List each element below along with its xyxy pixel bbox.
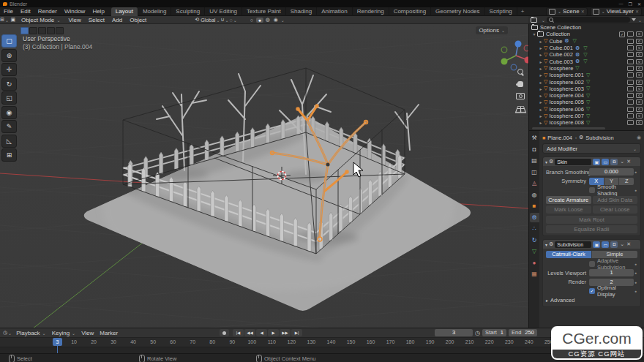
disable-in-render-icon[interactable] [636,86,643,91]
workspace-tab[interactable]: Geometry Nodes [431,7,484,16]
tab-particles[interactable]: ∴ [530,224,539,233]
workspace-tab[interactable]: Animation [317,7,353,16]
expand-icon[interactable]: ▸ [538,113,544,118]
unlink-scene-icon[interactable]: ✕ [581,9,585,14]
camera-view-icon[interactable] [515,91,525,101]
edit-mode-toggle[interactable]: ▣ [593,241,600,248]
jump-to-start[interactable]: |◀ [233,329,244,336]
outliner-row[interactable]: ▸ ▽ Icosphere ⚙ ▽ [529,65,644,72]
disable-in-render-icon[interactable] [636,45,643,50]
tab-modifiers[interactable]: ⚙ [530,213,539,222]
use-preview-range-icon[interactable]: ◷ [475,330,480,336]
menu-item[interactable]: Help [89,8,108,15]
play-reverse[interactable]: ◀ [256,329,267,336]
pin-icon[interactable]: ◉ [637,135,641,140]
tool-rotate[interactable]: ↻ [1,78,17,91]
remove-view-layer-icon[interactable]: ✕ [635,9,639,14]
expand-icon[interactable]: ▾ [531,31,537,37]
add-workspace-button[interactable]: + [517,8,528,15]
timeline-menu-item[interactable]: Marker⌄ [97,330,121,336]
extras-menu-icon[interactable]: ⌄ [620,159,624,165]
outliner-row[interactable]: ▸ ▽ Icosphere.008 ⚙ ▽ [529,119,644,126]
filter-icon[interactable] [632,18,636,21]
hide-in-viewport-icon[interactable] [627,72,634,78]
tab-object-data[interactable]: ▽ [530,246,539,256]
outliner-row[interactable]: ▸ ▽ Cube.003 ⚙ ▽ [529,58,644,64]
equalize-radii-button[interactable]: Equalize Radii [546,225,637,233]
options-button[interactable]: Options⌄ [476,26,508,34]
hide-in-viewport-icon[interactable] [627,120,634,125]
scene-selector[interactable]: ⌄ Scene ✕ [546,7,588,16]
disable-in-render-icon[interactable] [636,31,643,37]
tool-cursor[interactable]: ⊕ [1,49,17,62]
extras-menu-icon[interactable]: ⌄ [620,241,624,247]
disable-in-render-icon[interactable] [636,113,643,118]
expand-icon[interactable]: ▸ [538,86,544,91]
disable-in-render-icon[interactable] [636,66,643,71]
modifier-name-field[interactable]: Skin [555,159,591,165]
smooth-shading-checkbox[interactable] [589,187,595,193]
outliner-display-mode-icon[interactable] [531,18,537,23]
expand-icon[interactable]: ▸ [538,107,544,112]
create-armature-button[interactable]: Create Armature [546,196,591,204]
tool-measure[interactable]: ◺ [1,135,17,148]
tool-annotate[interactable]: ✎ [1,120,17,133]
outliner-row[interactable]: ▸ ▽ Icosphere.004 ⚙ ▽ [529,92,644,99]
outliner-row[interactable]: ▸ ▽ Icosphere.006 ⚙ ▽ [529,106,644,113]
timeline-menu-item[interactable]: View⌄ [78,330,97,336]
timeline-menu-item[interactable]: Keying⌄ [49,330,79,336]
select-mode-invert[interactable] [47,27,55,34]
mark-loose-button[interactable]: Mark Loose [546,205,591,214]
outliner-row[interactable]: ▸ ▽ Cube.002 ⚙ ▽ [529,51,644,58]
expand-icon[interactable]: ▸ [538,45,544,50]
modifier-name-field[interactable]: Subdivision [555,241,591,248]
chevron-down-icon[interactable]: ⌄ [281,18,285,23]
workspace-tab[interactable]: Compositing [389,7,431,16]
breadcrumb-object[interactable]: Plane.004 [547,135,572,141]
frame-end-field[interactable]: End250 [509,329,537,336]
editor-type-button[interactable]: ⊞⌄ [0,17,9,23]
exclude-checkbox[interactable]: ✓ [619,31,625,37]
frame-start-field[interactable]: Start1 [482,329,506,336]
play[interactable]: ▶ [268,329,279,336]
delete-modifier-icon[interactable]: ✕ [626,159,631,165]
disable-in-render-icon[interactable] [636,72,643,78]
tab-output[interactable]: ▤ [530,156,539,165]
adaptive-subdivision-checkbox[interactable] [589,261,595,267]
subdivision-type-button[interactable]: Catmull-Clark [546,251,592,258]
hide-in-viewport-icon[interactable] [627,31,634,37]
tool-transform[interactable]: ◉ [1,106,17,119]
mode-selector[interactable]: Object Mode ⌄ [18,17,64,23]
playhead[interactable]: 3 [53,338,62,346]
view-layer-selector[interactable]: ⌄ ViewLayer ✕ [590,7,642,16]
hide-in-viewport-icon[interactable] [627,113,634,118]
expand-icon[interactable]: ▸ [538,99,544,105]
next-keyframe[interactable]: ▶▶ [280,329,291,336]
tool-scale[interactable]: ◱ [1,91,17,105]
render-toggle[interactable]: ◘ [610,241,618,248]
3d-viewport[interactable]: User Perspective (3) Collection | Plane.… [0,24,528,328]
proportional-editing-toggle[interactable]: ◌⌄ [230,17,237,23]
collapse-icon[interactable]: ▾ [545,242,547,247]
select-mode-extend[interactable] [29,27,37,34]
skin-modifier-header[interactable]: ▾ ⚙ Skin ▣ ▭ ◘ ⌄ ✕ [543,157,640,166]
workspace-tab[interactable]: Texture Paint [242,7,286,16]
realtime-toggle[interactable]: ▭ [602,159,609,165]
tab-scene[interactable]: ◬ [530,178,539,188]
transform-orientation-selector[interactable]: ⟲ Global⌄ [195,17,220,23]
viewport-menu-item[interactable]: Object [126,17,150,23]
hide-in-viewport-icon[interactable] [627,39,634,44]
expand-icon[interactable]: ▸ [538,72,544,78]
menu-item[interactable]: Edit [17,8,34,15]
animate-dot-icon[interactable]: ● [634,280,637,284]
shading-material-button[interactable]: ◍ [264,17,272,23]
shading-solid-button[interactable]: ● [256,18,263,23]
close-button[interactable]: ✕ [637,1,641,7]
advanced-section-toggle[interactable]: ▸ Advanced [546,297,637,304]
workspace-tab[interactable]: Rendering [353,7,389,16]
hide-in-viewport-icon[interactable] [627,93,634,98]
realtime-toggle[interactable]: ▭ [602,241,609,248]
tab-world[interactable]: ◍ [530,190,539,200]
expand-icon[interactable]: ▸ [538,59,544,64]
shading-rendered-button[interactable]: ◉ [272,17,280,23]
